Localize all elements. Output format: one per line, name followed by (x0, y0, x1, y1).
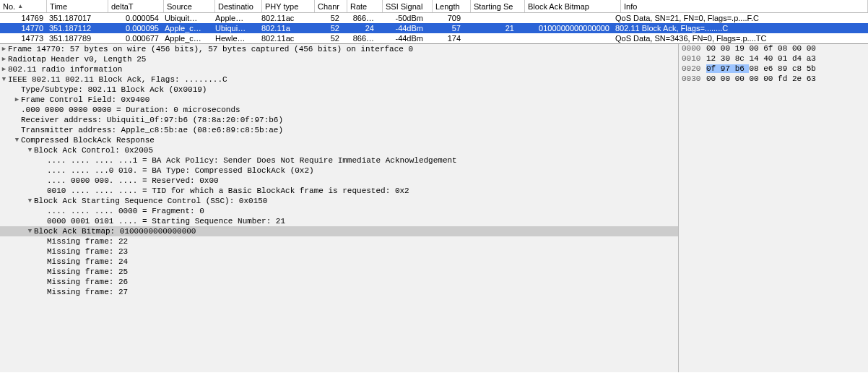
tree-row[interactable]: ▼Block Ack Starting Sequence Control (SS… (0, 196, 678, 206)
hex-offset: 0000 (679, 44, 706, 54)
cell-rate: 866… (342, 14, 377, 22)
cell-chan: 52 (311, 24, 342, 33)
tree-row[interactable]: .... .... .... 0000 = Fragment: 0 (0, 206, 678, 216)
tree-row[interactable]: Missing frame: 25 (0, 267, 678, 277)
col-starting-seq[interactable]: Starting Se (471, 0, 525, 12)
cell-phy: 802.11ac (259, 34, 311, 43)
cell-rate: 24 (342, 24, 377, 33)
tree-label: Receiver address: Ubiquiti_0f:97:b6 (78:… (21, 116, 283, 124)
tree-row[interactable]: Missing frame: 24 (0, 257, 678, 267)
tree-row[interactable]: Missing frame: 23 (0, 246, 678, 257)
col-time[interactable]: Time (47, 0, 108, 12)
packet-row[interactable]: 14773351.1877890.000677Apple_c…Hewle…802… (0, 33, 868, 43)
packet-row[interactable]: 14770351.1871120.000095Apple_c…Ubiqui…80… (0, 23, 868, 33)
tree-label: IEEE 802.11 802.11 Block Ack, Flags: ...… (8, 75, 227, 84)
cell-ssi: -44dBm (377, 34, 426, 43)
collapse-icon[interactable]: ▼ (13, 137, 21, 145)
tree-row[interactable]: Missing frame: 22 (0, 236, 678, 246)
cell-dst: Ubiqui… (212, 24, 259, 33)
tree-row[interactable]: .000 0000 0000 0000 = Duration: 0 micros… (0, 105, 678, 115)
hex-bytes: 00 00 00 00 00 fd 2e 63 (706, 74, 868, 85)
hex-row[interactable]: 000000 00 19 00 6f 08 00 00 (679, 44, 868, 54)
cell-no: 14769 (0, 14, 46, 22)
cell-sseq: 21 (464, 24, 517, 33)
cell-dst: Apple… (212, 14, 259, 22)
packet-bytes-pane[interactable]: 000000 00 19 00 6f 08 00 00 001012 30 8c… (679, 44, 868, 372)
cell-src: Ubiquit… (162, 14, 212, 22)
col-rate[interactable]: Rate (347, 0, 383, 12)
tree-row[interactable]: ▼Block Ack Control: 0x2005 (0, 145, 678, 155)
tree-label: 0010 .... .... .... = TID for which a Ba… (47, 186, 409, 195)
packet-list-header[interactable]: No.▲ Time deltaT Source Destinatio PHY t… (0, 0, 868, 13)
col-channel[interactable]: Chanr (315, 0, 347, 12)
packet-list-body[interactable]: 14769351.1870170.000054Ubiquit…Apple…802… (0, 13, 868, 43)
hex-row[interactable]: 00200f 97 b6 08 e6 89 c8 5b (679, 64, 868, 74)
col-phy-type[interactable]: PHY type (262, 0, 315, 12)
hex-row[interactable]: 003000 00 00 00 00 fd 2e 63 (679, 74, 868, 85)
cell-time: 351.187017 (46, 14, 107, 22)
col-block-ack-bitmap[interactable]: Block Ack Bitmap (525, 0, 621, 12)
hex-offset: 0030 (679, 74, 706, 85)
tree-row[interactable]: 0010 .... .... .... = TID for which a Ba… (0, 186, 678, 196)
expand-icon[interactable]: ▶ (13, 96, 21, 104)
tree-label: Block Ack Control: 0x2005 (34, 146, 153, 155)
cell-no: 14773 (0, 34, 46, 43)
tree-row[interactable]: ▼Compressed BlockAck Response (0, 135, 678, 145)
tree-row[interactable]: .... 0000 000. .... = Reserved: 0x00 (0, 176, 678, 186)
collapse-icon[interactable]: ▼ (26, 228, 34, 236)
tree-row[interactable]: Missing frame: 26 (0, 277, 678, 287)
cell-info: QoS Data, SN=3436, FN=0, Flags=.p....TC (612, 34, 868, 43)
tree-label: Missing frame: 22 (47, 237, 128, 246)
tree-label: 802.11 radio information (8, 65, 122, 74)
cell-info: QoS Data, SN=21, FN=0, Flags=.p....F.C (612, 14, 868, 22)
collapse-icon[interactable]: ▼ (26, 147, 34, 155)
tree-label: Type/Subtype: 802.11 Block Ack (0x0019) (21, 85, 207, 94)
tree-label: Frame 14770: 57 bytes on wire (456 bits)… (8, 45, 413, 53)
packet-details-pane[interactable]: ▶Frame 14770: 57 bytes on wire (456 bits… (0, 44, 679, 372)
packet-list-pane[interactable]: No.▲ Time deltaT Source Destinatio PHY t… (0, 0, 868, 44)
tree-row[interactable]: Missing frame: 27 (0, 287, 678, 297)
tree-row[interactable]: .... .... ...0 010. = BA Type: Compresse… (0, 166, 678, 176)
collapse-icon[interactable]: ▼ (26, 197, 34, 205)
expand-icon[interactable]: ▶ (0, 46, 8, 53)
tree-row[interactable]: ▼Block Ack Bitmap: 0100000000000000 (0, 226, 678, 236)
packet-row[interactable]: 14769351.1870170.000054Ubiquit…Apple…802… (0, 13, 868, 23)
tree-label: .... .... .... ...1 = BA Ack Policy: Sen… (47, 156, 457, 165)
col-source[interactable]: Source (164, 0, 215, 12)
tree-row[interactable]: 0000 0001 0101 .... = Starting Sequence … (0, 216, 678, 226)
tree-row[interactable]: .... .... .... ...1 = BA Ack Policy: Sen… (0, 155, 678, 166)
hex-offset: 0010 (679, 54, 706, 64)
col-length[interactable]: Length (433, 0, 471, 12)
tree-label: Missing frame: 26 (47, 278, 128, 286)
col-no[interactable]: No.▲ (0, 0, 47, 12)
expand-icon[interactable]: ▶ (0, 56, 8, 64)
col-destination[interactable]: Destinatio (215, 0, 262, 12)
cell-no: 14770 (0, 24, 46, 33)
tree-row[interactable]: Transmitter address: Apple_c8:5b:ae (08:… (0, 125, 678, 135)
expand-icon[interactable]: ▶ (0, 66, 8, 74)
hex-row[interactable]: 001012 30 8c 14 40 01 d4 a3 (679, 54, 868, 64)
cell-bab: 0100000000000000 (517, 24, 612, 33)
tree-row[interactable]: Receiver address: Ubiquiti_0f:97:b6 (78:… (0, 115, 678, 125)
tree-label: Missing frame: 23 (47, 247, 128, 256)
tree-label: Missing frame: 27 (47, 288, 128, 296)
cell-dt: 0.000054 (107, 14, 162, 22)
col-deltat[interactable]: deltaT (108, 0, 164, 12)
tree-row[interactable]: Type/Subtype: 802.11 Block Ack (0x0019) (0, 85, 678, 95)
tree-label: Frame Control Field: 0x9400 (21, 95, 149, 104)
sort-indicator-icon: ▲ (17, 3, 23, 9)
tree-row[interactable]: ▶802.11 radio information (0, 64, 678, 74)
col-ssi-signal[interactable]: SSI Signal (383, 0, 433, 12)
cell-info: 802.11 Block Ack, Flags=........C (612, 24, 868, 33)
tree-row[interactable]: ▶Frame 14770: 57 bytes on wire (456 bits… (0, 44, 678, 54)
cell-len: 174 (426, 34, 464, 43)
cell-phy: 802.11ac (259, 14, 311, 22)
tree-row[interactable]: ▶Radiotap Header v0, Length 25 (0, 54, 678, 64)
tree-row[interactable]: ▼IEEE 802.11 802.11 Block Ack, Flags: ..… (0, 74, 678, 85)
collapse-icon[interactable]: ▼ (0, 76, 8, 84)
tree-label: Block Ack Starting Sequence Control (SSC… (34, 197, 267, 205)
tree-label: .... .... ...0 010. = BA Type: Compresse… (47, 166, 314, 175)
col-info[interactable]: Info (621, 0, 868, 12)
cell-phy: 802.11a (259, 24, 311, 33)
tree-row[interactable]: ▶Frame Control Field: 0x9400 (0, 95, 678, 105)
